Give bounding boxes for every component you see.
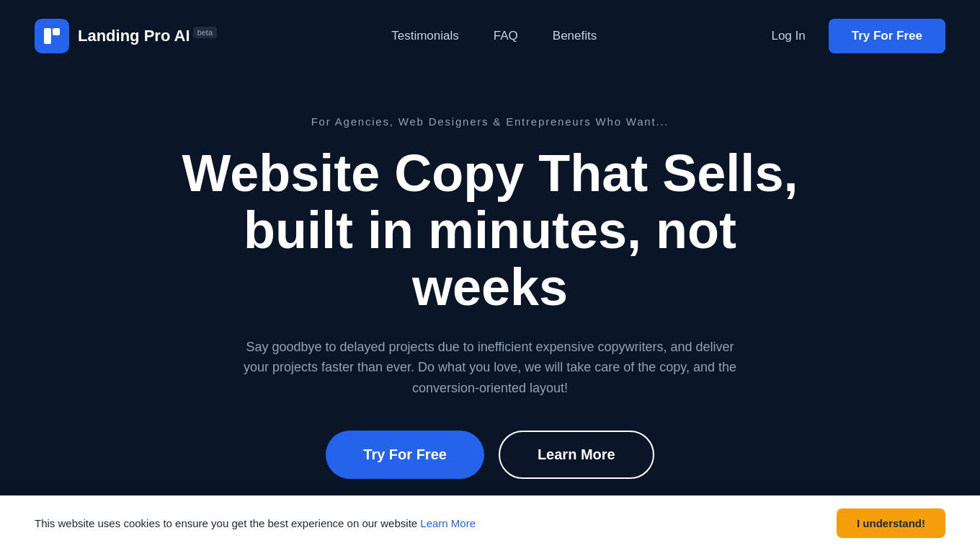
hero-subtitle: For Agencies, Web Designers & Entreprene… [35,115,945,128]
try-free-nav-button[interactable]: Try For Free [829,19,945,53]
brand-area: Landing Pro AIbeta [35,19,217,53]
nav-link-faq[interactable]: FAQ [494,29,518,43]
nav-links: Testimonials FAQ Benefits [391,29,597,43]
login-button[interactable]: Log In [771,29,805,43]
cookie-banner: This website uses cookies to ensure you … [0,495,980,551]
nav-link-testimonials[interactable]: Testimonials [391,29,459,43]
nav-link-benefits[interactable]: Benefits [553,29,597,43]
hero-title: Website Copy That Sells, built in minute… [166,145,814,317]
svg-rect-1 [53,28,60,35]
logo-icon [35,19,69,53]
cookie-text: This website uses cookies to ensure you … [35,517,476,529]
hero-buttons: Try For Free Learn More [35,431,945,479]
cookie-learn-more-link[interactable]: Learn More [420,517,476,529]
navbar-actions: Log In Try For Free [771,19,945,53]
cookie-accept-button[interactable]: I understand! [837,508,945,538]
navbar: Landing Pro AIbeta Testimonials FAQ Bene… [0,0,980,72]
hero-description: Say goodbye to delayed projects due to i… [238,337,742,399]
try-free-hero-button[interactable]: Try For Free [326,431,484,479]
beta-badge: beta [193,27,217,38]
hero-section: For Agencies, Web Designers & Entreprene… [0,72,980,479]
learn-more-button[interactable]: Learn More [499,431,654,479]
brand-name: Landing Pro AIbeta [78,27,217,45]
svg-rect-0 [44,28,51,44]
